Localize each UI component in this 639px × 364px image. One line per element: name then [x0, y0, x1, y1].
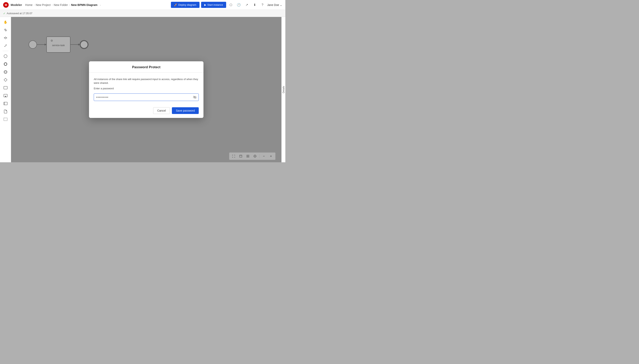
lasso-tool-button[interactable] [2, 42, 9, 49]
nav-actions: 🚀 Deploy diagram ▶ Start instance ⬡ 🕐 ↗ … [171, 2, 282, 8]
play-icon: ▶ [204, 3, 206, 6]
modal-desc-line2: Enter a password [94, 86, 199, 90]
svg-rect-19 [4, 118, 7, 121]
svg-point-10 [5, 71, 7, 73]
rocket-icon: 🚀 [174, 3, 177, 6]
subprocess-tool[interactable] [2, 92, 9, 99]
user-menu[interactable]: Jane Doe ⌄ [267, 3, 282, 6]
share-icon: ↗ [245, 3, 248, 7]
start-instance-button[interactable]: ▶ Start instance [201, 2, 226, 8]
autosave-check-icon: ✓ [3, 12, 6, 15]
toolbar-separator-1 [3, 51, 9, 51]
selection-frame-tool[interactable] [2, 116, 9, 123]
save-password-button[interactable]: Save password [172, 107, 199, 114]
top-navbar: M Modeler Home › New Project › New Folde… [0, 0, 285, 10]
breadcrumb: Home › New Project › New Folder › New BP… [25, 3, 101, 6]
history-button[interactable]: 🕐 [236, 2, 242, 8]
start-event-tool[interactable] [2, 53, 9, 60]
password-protect-modal: Password Protect All instances of the sh… [89, 61, 203, 118]
download-button[interactable]: ⬇ [251, 2, 258, 8]
user-chevron-icon: ⌄ [280, 3, 282, 6]
right-sidebar[interactable]: Details [281, 17, 285, 162]
svg-rect-12 [4, 86, 7, 89]
share-button[interactable]: ↗ [243, 2, 250, 8]
svg-point-8 [4, 63, 7, 66]
hand-tool-button[interactable]: ✋ [2, 18, 9, 26]
breadcrumb-sep1: › [34, 4, 35, 6]
password-toggle-button[interactable] [193, 95, 197, 99]
gateway-tool[interactable] [2, 76, 9, 84]
app-logo: M [3, 2, 9, 8]
network-icon-button[interactable]: ⬡ [228, 2, 234, 8]
eye-slash-icon [193, 95, 197, 99]
password-input-wrapper [94, 94, 199, 101]
breadcrumb-project[interactable]: New Project [36, 3, 51, 6]
password-input[interactable] [94, 94, 199, 101]
breadcrumb-chevron[interactable]: ⌄ [100, 4, 101, 6]
modal-overlay: Password Protect All instances of the sh… [11, 17, 281, 162]
autosave-bar: ✓ Autosaved at 17:35:07 [0, 10, 285, 17]
autosave-text: Autosaved at 17:35:07 [7, 12, 32, 15]
download-icon: ⬇ [253, 3, 256, 7]
space-tool-button[interactable] [2, 34, 9, 42]
modal-header: Password Protect [89, 61, 203, 72]
modal-desc-line1: All instances of the share link will req… [94, 77, 199, 85]
data-object-tool[interactable] [2, 108, 9, 115]
canvas[interactable]: ⚙ service-task [11, 17, 281, 162]
history-icon: 🕐 [237, 3, 241, 7]
modal-footer: Cancel Save password [89, 105, 203, 118]
app-name: Modeler [11, 3, 22, 6]
modal-description: All instances of the share link will req… [94, 77, 199, 90]
main-area: ✋ [0, 17, 285, 162]
cancel-button[interactable]: Cancel [153, 107, 170, 114]
breadcrumb-sep2: › [52, 4, 53, 6]
modal-body: All instances of the share link will req… [89, 72, 203, 105]
svg-rect-17 [4, 102, 7, 105]
left-toolbar: ✋ [0, 17, 11, 162]
end-event-tool[interactable] [2, 60, 9, 68]
pool-tool[interactable] [2, 100, 9, 107]
sidebar-label: Details [282, 86, 285, 93]
network-icon: ⬡ [229, 3, 232, 7]
breadcrumb-diagram: New BPMN Diagram [71, 3, 98, 6]
breadcrumb-home[interactable]: Home [25, 3, 33, 6]
create-tool-button[interactable] [2, 26, 9, 34]
intermediate-event-tool[interactable] [2, 68, 9, 76]
deploy-diagram-button[interactable]: 🚀 Deploy diagram [171, 2, 199, 8]
modal-title: Password Protect [132, 65, 160, 69]
breadcrumb-folder[interactable]: New Folder [54, 3, 68, 6]
svg-marker-11 [4, 78, 7, 82]
help-icon: ? [262, 3, 263, 7]
task-tool[interactable] [2, 84, 9, 91]
breadcrumb-sep3: › [69, 4, 70, 6]
svg-point-7 [4, 54, 7, 58]
help-button[interactable]: ? [259, 2, 266, 8]
